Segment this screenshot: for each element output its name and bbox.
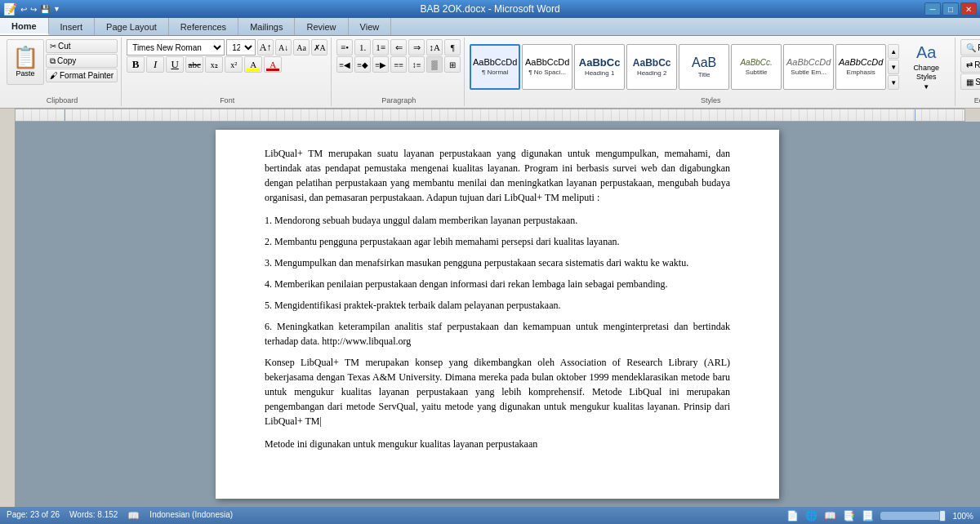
- view-web-icon[interactable]: 🌐: [805, 510, 817, 522]
- strikethrough-button[interactable]: abc: [185, 56, 203, 73]
- view-read-icon[interactable]: 📖: [824, 510, 836, 522]
- increase-font-button[interactable]: A↑: [257, 39, 274, 56]
- style-normal-label: ¶ Normal: [482, 69, 508, 76]
- styles-more[interactable]: ▼: [888, 75, 899, 90]
- replace-label: Replace: [974, 60, 980, 69]
- multilevel-list-button[interactable]: 1≡: [372, 39, 389, 56]
- page-container[interactable]: LibQual+ TM merupakan suatu layanan perp…: [15, 122, 980, 507]
- paste-button[interactable]: 📋 Paste: [7, 39, 44, 85]
- style-normal[interactable]: AaBbCcDd ¶ Normal: [470, 44, 520, 90]
- replace-button[interactable]: ⇄ Replace: [960, 56, 980, 73]
- change-case-button[interactable]: Aa: [293, 39, 310, 56]
- tab-review[interactable]: Review: [295, 18, 348, 35]
- tab-home[interactable]: Home: [0, 18, 49, 35]
- view-normal-icon[interactable]: 📄: [786, 510, 799, 522]
- style-heading2-preview: AaBbCc: [633, 58, 671, 68]
- align-center-button[interactable]: ≡◆: [354, 56, 371, 73]
- maximize-button[interactable]: □: [942, 2, 959, 16]
- cut-label: Cut: [58, 42, 71, 51]
- styles-scroll-down[interactable]: ▼: [888, 60, 899, 74]
- italic-button[interactable]: I: [146, 56, 164, 73]
- style-no-spacing[interactable]: AaBbCcDd ¶ No Spaci...: [522, 44, 572, 90]
- quick-access-redo[interactable]: ↪: [30, 5, 37, 14]
- tab-insert[interactable]: Insert: [49, 18, 96, 35]
- style-heading2[interactable]: AaBbCc Heading 2: [626, 44, 677, 90]
- style-subtitle[interactable]: AaBbCc. Subtitle: [731, 44, 782, 90]
- style-emphasis-label: Emphasis: [847, 69, 875, 76]
- view-draft-icon[interactable]: 📃: [862, 510, 874, 522]
- numbering-button[interactable]: 1.: [354, 39, 371, 56]
- view-outline-icon[interactable]: 📑: [843, 510, 855, 522]
- subscript-button[interactable]: x₂: [205, 56, 223, 73]
- select-button[interactable]: ▦ Select -: [960, 73, 980, 90]
- status-bar: Page: 23 of 26 Words: 8.152 📖 Indonesian…: [0, 507, 980, 524]
- decrease-font-button[interactable]: A↓: [275, 39, 292, 56]
- styles-scroll-buttons: ▲ ▼ ▼: [888, 44, 899, 90]
- style-heading1[interactable]: AaBbCc Heading 1: [574, 44, 625, 90]
- clear-formatting-button[interactable]: ✗A: [311, 39, 327, 56]
- styles-label: Styles: [466, 96, 955, 104]
- line-spacing-button[interactable]: ↕≡: [408, 56, 425, 73]
- ruler-left-margin: [0, 109, 15, 122]
- minimize-button[interactable]: ─: [924, 2, 941, 16]
- editing-group-content: 🔍 Find ▼ ⇄ Replace ▦ Select -: [960, 39, 980, 104]
- bold-button[interactable]: B: [127, 56, 145, 73]
- font-color-button[interactable]: A: [264, 56, 282, 73]
- underline-button[interactable]: U: [166, 56, 184, 73]
- copy-button[interactable]: ⧉ Copy: [46, 54, 118, 68]
- zoom-bar[interactable]: [880, 512, 946, 520]
- quick-access-dropdown[interactable]: ▼: [53, 5, 60, 13]
- find-button[interactable]: 🔍 Find ▼: [960, 39, 980, 56]
- window-title: BAB 2OK.docx - Microsoft Word: [420, 3, 559, 15]
- style-title-label: Title: [698, 71, 710, 78]
- zoom-level[interactable]: 100%: [952, 512, 973, 521]
- tab-page-layout[interactable]: Page Layout: [95, 18, 169, 35]
- decrease-indent-button[interactable]: ⇐: [390, 39, 407, 56]
- increase-indent-button[interactable]: ⇒: [408, 39, 425, 56]
- tab-references[interactable]: References: [169, 18, 238, 35]
- cut-icon: ✂: [50, 42, 56, 51]
- quick-access-undo[interactable]: ↩: [20, 5, 27, 14]
- align-right-button[interactable]: ≡▶: [372, 56, 389, 73]
- font-row-1: Times New Roman 12 A↑ A↓ Aa ✗A: [127, 39, 327, 56]
- font-group-content: Times New Roman 12 A↑ A↓ Aa ✗A B I U abc…: [127, 39, 327, 104]
- superscript-button[interactable]: x²: [225, 56, 243, 73]
- style-subtle-em-label: Subtle Em...: [791, 69, 826, 76]
- font-size-select[interactable]: 12: [226, 39, 256, 56]
- justify-button[interactable]: ≡≡: [390, 56, 407, 73]
- cut-button[interactable]: ✂ Cut: [46, 39, 118, 53]
- tab-mailings[interactable]: Mailings: [238, 18, 295, 35]
- close-button[interactable]: ✕: [960, 2, 977, 16]
- paragraph-5: 5. Mengidentifikasi praktek-praktek terb…: [265, 298, 730, 313]
- paste-icon: 📋: [12, 47, 38, 68]
- align-left-button[interactable]: ≡◀: [336, 56, 353, 73]
- title-bar-controls: ─ □ ✕: [924, 2, 977, 16]
- quick-access-save[interactable]: 💾: [40, 5, 50, 14]
- format-painter-label: Format Painter: [60, 71, 114, 80]
- bullets-button[interactable]: ≡•: [336, 39, 353, 56]
- shading-button[interactable]: ▒: [426, 56, 443, 73]
- language-info[interactable]: Indonesian (Indonesia): [149, 510, 233, 522]
- select-icon: ▦: [966, 78, 973, 87]
- clipboard-group-content: 📋 Paste ✂ Cut ⧉ Copy 🖌 Format Painter: [7, 39, 118, 104]
- tab-view[interactable]: View: [349, 18, 392, 35]
- font-row-2: B I U abc x₂ x² A A: [127, 56, 282, 73]
- change-styles-button[interactable]: Aa ChangeStyles ▼: [901, 44, 951, 90]
- sort-button[interactable]: ↕A: [426, 39, 443, 56]
- font-family-select[interactable]: Times New Roman: [127, 39, 225, 56]
- style-subtle-em[interactable]: AaBbCcDd Subtle Em...: [783, 44, 834, 90]
- style-title[interactable]: AaB Title: [679, 44, 729, 90]
- style-heading1-preview: AaBbCc: [579, 57, 621, 68]
- spell-check-icon[interactable]: 📖: [127, 510, 140, 522]
- show-paragraph-button[interactable]: ¶: [444, 39, 461, 56]
- borders-button[interactable]: ⊞: [444, 56, 461, 73]
- paragraph-2: 2. Membantu pengguna perpustakaan agar l…: [265, 234, 730, 249]
- document-area: LibQual+ TM merupakan suatu layanan perp…: [0, 122, 980, 507]
- style-heading1-label: Heading 1: [585, 69, 614, 77]
- styles-scroll-up[interactable]: ▲: [888, 44, 899, 59]
- style-subtitle-label: Subtitle: [746, 69, 768, 76]
- highlight-button[interactable]: A: [244, 56, 262, 73]
- style-emphasis[interactable]: AaBbCcDd Emphasis: [835, 44, 886, 90]
- format-painter-button[interactable]: 🖌 Format Painter: [46, 69, 118, 82]
- status-right: 📄 🌐 📖 📑 📃 100%: [786, 510, 973, 522]
